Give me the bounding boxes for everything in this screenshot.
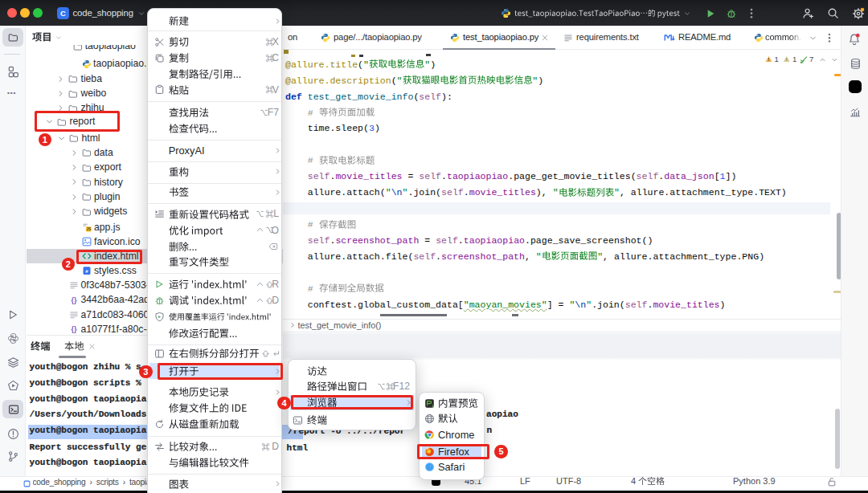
svg-text:{}: {} [71,296,77,304]
svg-text:{}: {} [71,325,77,333]
svg-text:JS: JS [86,227,92,231]
